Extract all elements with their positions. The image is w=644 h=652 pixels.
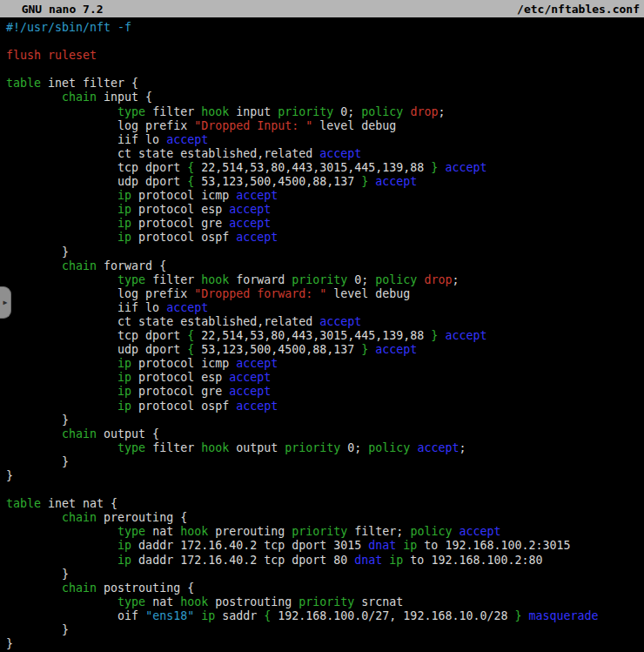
code-token: ip — [117, 231, 131, 244]
code-token: level debug — [326, 287, 410, 300]
code-token: protocol icmp — [131, 357, 236, 370]
code-token — [6, 400, 117, 413]
code-token: oif — [117, 609, 145, 622]
editor-content[interactable]: #!/usr/sbin/nft -f flush ruleset table i… — [0, 17, 644, 651]
code-token: log prefix — [117, 119, 194, 132]
code-token: postrouting { — [97, 581, 194, 595]
code-token: accept — [445, 329, 486, 342]
code-token: policy — [410, 525, 452, 538]
code-token: protocol esp — [131, 371, 229, 384]
code-token: hook — [201, 105, 229, 118]
code-token — [6, 511, 62, 524]
code-token: priority — [299, 595, 354, 608]
code-token: protocol ospf — [131, 231, 236, 244]
code-token: type — [117, 595, 145, 608]
code-token: ip — [117, 554, 131, 567]
code-token: "ens18" — [145, 609, 194, 622]
code-token: daddr 172.16.40.2 tcp dport 80 — [131, 554, 354, 567]
code-token: ip — [117, 217, 131, 230]
code-token: ip — [117, 203, 131, 216]
code-line: flush ruleset — [6, 49, 644, 63]
code-token — [6, 231, 117, 244]
code-token: ; — [452, 273, 459, 286]
code-token: hook — [201, 273, 229, 286]
code-line: } — [6, 623, 644, 637]
code-token: policy — [361, 105, 403, 118]
code-token: 0; — [333, 105, 361, 118]
code-token: input { — [97, 91, 152, 104]
code-token: filter; — [347, 525, 410, 538]
code-token: ct state established,related — [117, 315, 319, 328]
code-token: accept — [375, 175, 417, 188]
code-token: postrouting — [208, 595, 299, 608]
code-token: filter — [145, 105, 201, 118]
code-token: accept — [417, 441, 459, 454]
code-line: ip protocol esp accept — [6, 203, 644, 217]
code-token: } — [6, 637, 13, 650]
code-line: type filter hook input priority 0; polic… — [6, 105, 644, 119]
code-token: iif lo — [117, 133, 166, 146]
code-token: 22,514,53,80,443,3015,445,139,88 — [194, 161, 431, 174]
code-token: } — [6, 623, 69, 636]
code-token: 0; — [340, 441, 368, 454]
code-line: type filter hook forward priority 0; pol… — [6, 273, 644, 287]
code-token — [6, 189, 117, 202]
chevron-right-icon: ▶ — [3, 299, 8, 306]
code-token: ; — [438, 105, 445, 118]
code-token: ip — [117, 539, 131, 552]
code-token: dnat — [354, 554, 382, 567]
code-token: output { — [97, 427, 159, 440]
edge-reveal-tab[interactable]: ▶ — [0, 286, 11, 319]
code-token — [6, 441, 117, 454]
code-line: ct state established,related accept — [6, 147, 644, 161]
code-token: accept — [445, 161, 486, 174]
code-token — [6, 287, 117, 300]
code-token: to 192.168.100.2:80 — [403, 554, 542, 567]
code-token — [6, 595, 117, 608]
code-token: inet filter { — [41, 77, 138, 90]
file-path-label: /etc/nftables.conf — [517, 3, 640, 16]
code-token: forward { — [97, 259, 166, 272]
code-token: accept — [229, 371, 271, 384]
code-line: chain forward { — [6, 259, 644, 273]
code-token — [6, 315, 117, 328]
title-bar: GNU nano 7.2 /etc/nftables.conf — [0, 0, 644, 17]
code-token: ip — [117, 371, 131, 384]
code-token: hook — [180, 595, 208, 608]
code-token: dnat — [368, 539, 396, 552]
code-token: priority — [285, 441, 340, 454]
code-token: { — [187, 161, 194, 174]
code-token: ip — [389, 554, 403, 567]
code-token: accept — [236, 231, 278, 244]
code-token: output — [229, 441, 285, 454]
code-token: udp dport — [117, 175, 187, 188]
code-token: policy — [375, 273, 417, 286]
code-token — [6, 105, 117, 118]
code-line: tcp dport { 22,514,53,80,443,3015,445,13… — [6, 329, 644, 343]
code-line: log prefix "Dropped forward: " level deb… — [6, 287, 644, 301]
code-token — [6, 91, 62, 104]
code-line: chain prerouting { — [6, 511, 644, 525]
code-token: inet nat { — [41, 497, 117, 510]
code-token: priority — [278, 105, 333, 118]
code-line: ip protocol icmp accept — [6, 357, 644, 371]
code-token: ct state established,related — [117, 147, 319, 160]
code-token — [6, 259, 62, 272]
code-token: 192.168.100.0/27, 192.168.10.0/28 — [271, 609, 514, 622]
code-line: udp dport { 53,123,500,4500,88,137 } acc… — [6, 175, 644, 189]
code-token: type — [117, 525, 145, 538]
code-token: { — [187, 329, 194, 342]
code-token: protocol gre — [131, 217, 229, 230]
code-token: protocol esp — [131, 203, 229, 216]
code-line — [6, 63, 644, 77]
code-token: forward — [229, 273, 292, 286]
code-token — [6, 301, 117, 314]
code-token: accept — [319, 147, 361, 160]
code-token — [6, 343, 117, 356]
code-token: accept — [236, 189, 278, 202]
code-token: 0; — [347, 273, 375, 286]
code-token: tcp dport — [117, 329, 187, 342]
code-token: drop — [424, 273, 452, 286]
code-line: ip daddr 172.16.40.2 tcp dport 80 dnat i… — [6, 554, 644, 568]
code-token: chain — [62, 511, 97, 524]
